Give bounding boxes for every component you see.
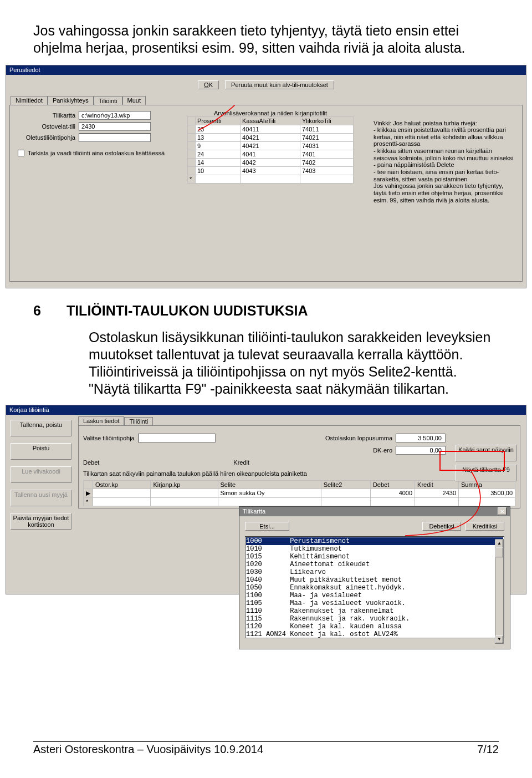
table-row-new[interactable]: * xyxy=(84,497,515,506)
table-row[interactable]: 94042174031 xyxy=(188,141,354,150)
col-kirjanpkp[interactable]: Kirjanp.kp xyxy=(151,480,218,489)
nayta-tilikartta-button[interactable]: Näytä tilikartta F9 xyxy=(456,465,516,481)
tabstrip: Nimitiedot Pankkiyhteys Tiliöinti Muut xyxy=(11,96,526,105)
left-button-column: Tallenna, poistu Poistu Lue viivakoodi T… xyxy=(11,420,71,530)
list-item[interactable]: 1121 AON24 Koneet ja kal. ostot ALV24% xyxy=(246,630,503,638)
col-selite2[interactable]: Selite2 xyxy=(321,480,370,489)
tilikartta-titlebar: Tilikartta ✕ xyxy=(239,507,510,516)
alv-grid: Arvonlisäverokannat ja niiden kirjanpito… xyxy=(187,110,354,184)
list-item[interactable]: 1015 Kehittämismenot xyxy=(246,553,503,561)
valitse-input[interactable] xyxy=(138,434,216,443)
grid-title: Arvonlisäverokannat ja niiden kirjanpito… xyxy=(187,110,354,116)
tilikartta-title: Tilikartta xyxy=(243,508,265,515)
list-item[interactable]: 1040 Muut pitkävaikutteiset menot xyxy=(246,576,503,584)
close-icon[interactable]: ✕ xyxy=(498,507,507,515)
tilikartta-list[interactable]: 1000 Perustamismenot1010 Tutkimusmenot10… xyxy=(245,536,504,638)
table-row[interactable]: ▶ Simon sukka Oy 4000 2430 3500,00 xyxy=(84,489,515,497)
ok-button[interactable]: OOKK xyxy=(198,80,219,89)
intro-paragraph: Jos vahingossa jonkin sarakkeen tieto ty… xyxy=(33,22,499,57)
tab-pankkiyhteys[interactable]: Pankkiyhteys xyxy=(48,96,94,105)
tab-nimitiedot[interactable]: Nimitiedot xyxy=(11,96,48,105)
col-kredit[interactable]: Kredit xyxy=(415,480,459,489)
list-item[interactable]: 1105 Maa- ja vesialueet vuokraoik. xyxy=(246,599,503,607)
checkbox-icon xyxy=(18,150,24,156)
tab-muut[interactable]: Muut xyxy=(122,96,146,105)
col-ostorkp[interactable]: Ostor.kp xyxy=(93,480,151,489)
debetiksi-button[interactable]: Debetiksi xyxy=(422,522,461,531)
dkero-label: DK-ero xyxy=(373,447,392,454)
list-item[interactable]: 1100 Maa- ja vesialueet xyxy=(246,592,503,599)
oletus-label: Oletustiliöintipohja xyxy=(14,134,75,141)
tab-tiliointi-2[interactable]: Tiliöinti xyxy=(124,417,153,426)
alv-table[interactable]: Prosentti KassaAleTili YlikorkoTili 2340… xyxy=(187,116,354,184)
list-item[interactable]: 1050 Ennakkomaksut aineett.hyödyk. xyxy=(246,584,503,592)
tallenna-uusi-myyja-button: Tallenna uusi myyjä xyxy=(11,490,71,506)
list-item[interactable]: 1115 Rakennukset ja rak. vuokraoik. xyxy=(246,615,503,623)
page-footer: Asteri Ostoreskontra – Vuosipäivitys 10.… xyxy=(33,741,499,756)
dkero-value: 0,00 xyxy=(396,446,446,455)
table-row[interactable]: 1040437403 xyxy=(188,166,354,175)
tab-tiliointi[interactable]: Tiliöinti xyxy=(94,96,122,105)
kaikki-sarat-button[interactable]: Kaikki sarat näkyviin xyxy=(456,445,516,461)
section-number: 6 xyxy=(33,303,41,319)
col-prosentti[interactable]: Prosentti xyxy=(196,116,241,125)
scroll-up-icon[interactable]: ▲ xyxy=(495,540,503,547)
col-selite[interactable]: Selite xyxy=(218,480,321,489)
paivita-myyja-button[interactable]: Päivitä myyjän tiedot kortistoon xyxy=(11,513,71,530)
section-title: TILIÖINTI-TAULUKON UUDISTUKSIA xyxy=(66,303,308,319)
ostovelat-input[interactable]: 2430 xyxy=(79,122,151,131)
hint-line: Tilikartan saat näkyviin painamalla taul… xyxy=(83,470,515,477)
section-body: Ostolaskun lisäysikkunan tiliöinti-taulu… xyxy=(89,329,499,398)
list-item[interactable]: 1120 Koneet ja kal. kauden alussa xyxy=(246,623,503,630)
list-item[interactable]: 1020 Aineettomat oikeudet xyxy=(246,561,503,568)
footer-right: 7/12 xyxy=(477,743,499,756)
tilikartta-input[interactable]: c:\winor\oy13.wkp xyxy=(79,111,151,120)
scrollbar[interactable]: ▲ ▼ xyxy=(495,539,504,644)
kreditiksi-button[interactable]: Kreditiksi xyxy=(466,522,504,531)
window-titlebar: Perustiedot xyxy=(6,65,526,75)
cancel-button[interactable]: Peruuta muut kuin alv-tili-muutokset xyxy=(225,80,334,89)
list-item[interactable]: 1010 Tutkimusmenot xyxy=(246,545,503,553)
table-row[interactable]: 134042174021 xyxy=(188,133,354,141)
tiliointi-table[interactable]: Ostor.kp Kirjanp.kp Selite Selite2 Debet… xyxy=(83,480,515,506)
tilikartta-label: Tilikartta xyxy=(14,112,75,119)
valitse-label: Valitse tiliöintipohja xyxy=(83,435,135,441)
list-item[interactable]: 1110 Rakennukset ja rakennelmat xyxy=(246,607,503,615)
lue-viivakoodi-button: Lue viivakoodi xyxy=(11,466,71,483)
loppusumma-label: Ostolaskun loppusumma xyxy=(325,435,392,441)
scroll-down-icon[interactable]: ▼ xyxy=(495,635,503,643)
col-ylikorko[interactable]: YlikorkoTili xyxy=(300,116,353,125)
tab-panel: Tilikartta c:\winor\oy13.wkp Ostovelat-t… xyxy=(9,105,523,282)
window-titlebar: Korjaa tiliöintiä xyxy=(6,405,526,415)
tilikartta-window: Tilikartta ✕ Etsi... Debetiksi Kreditiks… xyxy=(239,506,510,649)
col-kassaale[interactable]: KassaAleTili xyxy=(241,116,300,125)
loppusumma-value: 3 500,00 xyxy=(396,434,446,443)
tab-laskun-tiedot[interactable]: Laskun tiedot xyxy=(78,416,124,425)
list-item[interactable]: 1000 Perustamismenot xyxy=(246,537,503,545)
korjaa-tiliointia-window: Korjaa tiliöintiä Tallenna, poistu Poist… xyxy=(6,405,526,594)
col-summa[interactable]: Summa xyxy=(459,480,515,489)
hint-text: Vinkki: Jos haluat poistaa turhia rivejä… xyxy=(374,120,518,204)
perustiedot-window: Perustiedot OOKK Peruuta muut kuin alv-t… xyxy=(6,65,526,288)
oletus-input[interactable] xyxy=(79,133,151,142)
footer-left: Asteri Ostoreskontra – Vuosipäivitys 10.… xyxy=(33,743,263,756)
debet-label: Debet xyxy=(83,459,99,466)
scroll-thumb[interactable] xyxy=(495,547,503,557)
table-row[interactable]: 2440417401 xyxy=(188,150,354,158)
poistu-button[interactable]: Poistu xyxy=(11,443,71,460)
kredit-label: Kredit xyxy=(233,459,249,466)
tallenna-poistu-button[interactable]: Tallenna, poistu xyxy=(11,420,71,436)
col-debet[interactable]: Debet xyxy=(370,480,415,489)
checkbox-label: Tarkista ja vaadi tiliöinti aina ostolas… xyxy=(28,150,165,156)
ostovelat-label: Ostovelat-tili xyxy=(14,123,75,130)
table-row[interactable]: 234041174011 xyxy=(188,125,354,133)
list-item[interactable]: 1030 Liikearvo xyxy=(246,568,503,576)
table-row[interactable]: 1440427402 xyxy=(188,158,354,166)
etsi-button[interactable]: Etsi... xyxy=(245,522,289,531)
table-row-new[interactable]: * xyxy=(188,175,354,183)
